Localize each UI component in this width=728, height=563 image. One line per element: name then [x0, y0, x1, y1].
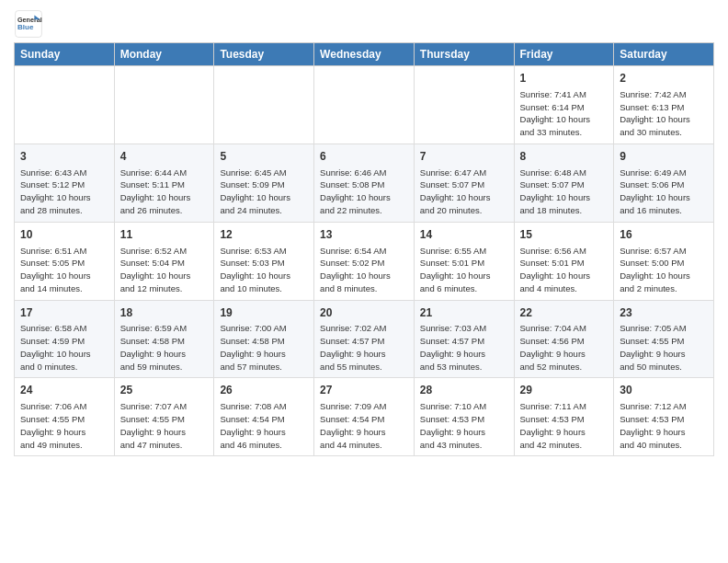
calendar-cell: 16Sunrise: 6:57 AM Sunset: 5:00 PM Dayli…: [614, 222, 714, 300]
day-info: Sunrise: 6:56 AM Sunset: 5:01 PM Dayligh…: [520, 245, 609, 295]
calendar-cell: 8Sunrise: 6:48 AM Sunset: 5:07 PM Daylig…: [514, 144, 614, 222]
day-info: Sunrise: 7:00 AM Sunset: 4:58 PM Dayligh…: [220, 322, 308, 373]
calendar-cell: 26Sunrise: 7:08 AM Sunset: 4:54 PM Dayli…: [214, 378, 314, 456]
day-info: Sunrise: 6:47 AM Sunset: 5:07 PM Dayligh…: [420, 167, 508, 217]
day-info: Sunrise: 6:44 AM Sunset: 5:11 PM Dayligh…: [120, 167, 209, 217]
day-number: 9: [620, 149, 708, 165]
day-info: Sunrise: 7:12 AM Sunset: 4:53 PM Dayligh…: [620, 400, 708, 451]
day-number: 24: [20, 383, 108, 398]
calendar-cell: [214, 66, 314, 144]
calendar-week-row: 17Sunrise: 6:58 AM Sunset: 4:59 PM Dayli…: [15, 300, 714, 378]
day-number: 4: [120, 149, 209, 165]
calendar-cell: 4Sunrise: 6:44 AM Sunset: 5:11 PM Daylig…: [114, 144, 214, 222]
calendar-week-row: 24Sunrise: 7:06 AM Sunset: 4:55 PM Dayli…: [15, 378, 714, 456]
day-number: 1: [520, 71, 609, 86]
day-number: 15: [520, 227, 609, 243]
calendar-cell: [15, 66, 115, 144]
day-number: 30: [620, 383, 708, 398]
weekday-header: Friday: [514, 43, 614, 66]
weekday-header: Tuesday: [214, 43, 314, 66]
calendar-cell: 29Sunrise: 7:11 AM Sunset: 4:53 PM Dayli…: [514, 378, 614, 456]
day-number: 29: [520, 383, 609, 398]
day-number: 14: [420, 227, 508, 243]
day-info: Sunrise: 6:59 AM Sunset: 4:58 PM Dayligh…: [120, 322, 209, 373]
day-info: Sunrise: 6:51 AM Sunset: 5:05 PM Dayligh…: [20, 245, 108, 295]
weekday-header-row: SundayMondayTuesdayWednesdayThursdayFrid…: [15, 43, 714, 66]
calendar-cell: 3Sunrise: 6:43 AM Sunset: 5:12 PM Daylig…: [15, 144, 115, 222]
calendar-table: SundayMondayTuesdayWednesdayThursdayFrid…: [14, 42, 714, 456]
day-info: Sunrise: 6:43 AM Sunset: 5:12 PM Dayligh…: [20, 167, 108, 217]
svg-text:Blue: Blue: [17, 23, 34, 31]
day-info: Sunrise: 6:45 AM Sunset: 5:09 PM Dayligh…: [220, 167, 308, 217]
day-number: 10: [20, 227, 108, 243]
calendar-cell: 27Sunrise: 7:09 AM Sunset: 4:54 PM Dayli…: [314, 378, 415, 456]
day-info: Sunrise: 7:05 AM Sunset: 4:55 PM Dayligh…: [620, 322, 708, 373]
logo-icon: General Blue: [14, 9, 43, 39]
day-number: 21: [420, 305, 508, 321]
weekday-header: Sunday: [15, 43, 115, 66]
calendar-cell: 9Sunrise: 6:49 AM Sunset: 5:06 PM Daylig…: [614, 144, 714, 222]
calendar-cell: 15Sunrise: 6:56 AM Sunset: 5:01 PM Dayli…: [514, 222, 614, 300]
weekday-header: Saturday: [614, 43, 714, 66]
day-info: Sunrise: 7:41 AM Sunset: 6:14 PM Dayligh…: [520, 88, 609, 139]
calendar-cell: 25Sunrise: 7:07 AM Sunset: 4:55 PM Dayli…: [114, 378, 214, 456]
calendar-cell: 19Sunrise: 7:00 AM Sunset: 4:58 PM Dayli…: [214, 300, 314, 378]
day-info: Sunrise: 6:54 AM Sunset: 5:02 PM Dayligh…: [320, 245, 408, 295]
day-info: Sunrise: 6:55 AM Sunset: 5:01 PM Dayligh…: [420, 245, 508, 295]
day-number: 25: [120, 383, 209, 398]
calendar-week-row: 1Sunrise: 7:41 AM Sunset: 6:14 PM Daylig…: [15, 66, 714, 144]
calendar-cell: 11Sunrise: 6:52 AM Sunset: 5:04 PM Dayli…: [114, 222, 214, 300]
day-info: Sunrise: 7:03 AM Sunset: 4:57 PM Dayligh…: [420, 322, 508, 373]
day-info: Sunrise: 7:09 AM Sunset: 4:54 PM Dayligh…: [320, 400, 408, 451]
day-number: 8: [520, 149, 609, 165]
calendar-week-row: 3Sunrise: 6:43 AM Sunset: 5:12 PM Daylig…: [15, 144, 714, 222]
calendar-cell: 23Sunrise: 7:05 AM Sunset: 4:55 PM Dayli…: [614, 300, 714, 378]
calendar-cell: 22Sunrise: 7:04 AM Sunset: 4:56 PM Dayli…: [514, 300, 614, 378]
day-number: 28: [420, 383, 508, 398]
calendar-cell: 24Sunrise: 7:06 AM Sunset: 4:55 PM Dayli…: [15, 378, 115, 456]
calendar-cell: 2Sunrise: 7:42 AM Sunset: 6:13 PM Daylig…: [614, 66, 714, 144]
day-number: 5: [220, 149, 308, 165]
day-info: Sunrise: 6:57 AM Sunset: 5:00 PM Dayligh…: [620, 245, 708, 295]
calendar-cell: [114, 66, 214, 144]
day-number: 13: [320, 227, 408, 243]
day-number: 20: [320, 305, 408, 321]
calendar-cell: 10Sunrise: 6:51 AM Sunset: 5:05 PM Dayli…: [15, 222, 115, 300]
calendar-week-row: 10Sunrise: 6:51 AM Sunset: 5:05 PM Dayli…: [15, 222, 714, 300]
day-number: 3: [20, 149, 108, 165]
day-info: Sunrise: 6:53 AM Sunset: 5:03 PM Dayligh…: [220, 245, 308, 295]
calendar-cell: 1Sunrise: 7:41 AM Sunset: 6:14 PM Daylig…: [514, 66, 614, 144]
day-info: Sunrise: 7:42 AM Sunset: 6:13 PM Dayligh…: [620, 88, 708, 139]
day-number: 16: [620, 227, 708, 243]
day-info: Sunrise: 7:11 AM Sunset: 4:53 PM Dayligh…: [520, 400, 609, 451]
weekday-header: Monday: [114, 43, 214, 66]
page-header: General Blue: [14, 9, 714, 39]
day-number: 7: [420, 149, 508, 165]
day-number: 11: [120, 227, 209, 243]
day-number: 23: [620, 305, 708, 321]
calendar-cell: 7Sunrise: 6:47 AM Sunset: 5:07 PM Daylig…: [414, 144, 514, 222]
day-number: 26: [220, 383, 308, 398]
day-info: Sunrise: 6:48 AM Sunset: 5:07 PM Dayligh…: [520, 167, 609, 217]
day-info: Sunrise: 7:06 AM Sunset: 4:55 PM Dayligh…: [20, 400, 108, 451]
calendar-cell: 5Sunrise: 6:45 AM Sunset: 5:09 PM Daylig…: [214, 144, 314, 222]
day-number: 2: [620, 71, 708, 86]
weekday-header: Wednesday: [314, 43, 415, 66]
day-number: 18: [120, 305, 209, 321]
day-number: 19: [220, 305, 308, 321]
calendar-cell: 13Sunrise: 6:54 AM Sunset: 5:02 PM Dayli…: [314, 222, 415, 300]
day-number: 27: [320, 383, 408, 398]
calendar-cell: 12Sunrise: 6:53 AM Sunset: 5:03 PM Dayli…: [214, 222, 314, 300]
day-number: 17: [20, 305, 108, 321]
day-info: Sunrise: 6:58 AM Sunset: 4:59 PM Dayligh…: [20, 322, 108, 373]
calendar-cell: 6Sunrise: 6:46 AM Sunset: 5:08 PM Daylig…: [314, 144, 415, 222]
day-number: 6: [320, 149, 408, 165]
day-info: Sunrise: 6:46 AM Sunset: 5:08 PM Dayligh…: [320, 167, 408, 217]
day-info: Sunrise: 6:49 AM Sunset: 5:06 PM Dayligh…: [620, 167, 708, 217]
calendar-cell: 20Sunrise: 7:02 AM Sunset: 4:57 PM Dayli…: [314, 300, 415, 378]
day-number: 22: [520, 305, 609, 321]
day-info: Sunrise: 7:02 AM Sunset: 4:57 PM Dayligh…: [320, 322, 408, 373]
calendar-cell: 21Sunrise: 7:03 AM Sunset: 4:57 PM Dayli…: [414, 300, 514, 378]
calendar-cell: [414, 66, 514, 144]
day-info: Sunrise: 6:52 AM Sunset: 5:04 PM Dayligh…: [120, 245, 209, 295]
